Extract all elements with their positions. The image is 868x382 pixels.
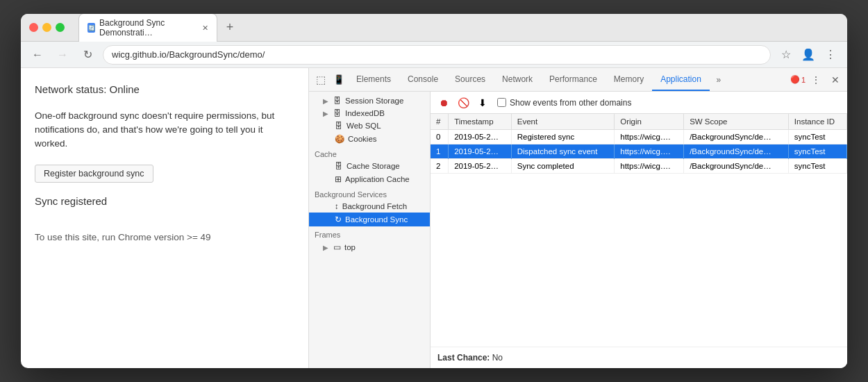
cell-event: Sync completed bbox=[511, 159, 615, 174]
inspect-element-icon[interactable]: ⬚ bbox=[312, 71, 330, 89]
sidebar-label-indexeddb: IndexedDB bbox=[345, 109, 385, 117]
back-button[interactable]: ← bbox=[28, 45, 47, 65]
last-chance-value: No bbox=[492, 353, 503, 363]
webpage-area: Network status: Online One-off backgroun… bbox=[21, 68, 309, 368]
network-status: Network status: Online bbox=[35, 82, 294, 98]
show-events-text: Show events from other domains bbox=[510, 98, 631, 108]
sync-events-table: # Timestamp Event Origin SW Scope Instan… bbox=[431, 114, 847, 347]
sidebar-label-session-storage: Session Storage bbox=[345, 97, 403, 105]
sidebar-item-background-fetch[interactable]: ↕ Background Fetch bbox=[309, 200, 430, 213]
devtools-body: ▶ 🗄 Session Storage ▶ 🗄 IndexedDB 🗄 Web … bbox=[309, 92, 847, 368]
sidebar-label-websql: Web SQL bbox=[347, 122, 381, 130]
chrome-version-note: To use this site, run Chrome version >= … bbox=[35, 231, 294, 244]
cell-origin: https://wicg…. bbox=[615, 144, 684, 159]
tab-favicon: 🔄 bbox=[87, 23, 95, 33]
clear-button[interactable]: 🚫 bbox=[456, 95, 471, 110]
cell-num: 1 bbox=[431, 144, 449, 159]
devtools-more-icon[interactable]: ⋮ bbox=[807, 71, 825, 89]
frame-icon: ▭ bbox=[333, 242, 341, 252]
bg-fetch-icon: ↕ bbox=[335, 202, 339, 210]
maximize-button[interactable] bbox=[56, 23, 65, 32]
last-chance-label: Last Chance: bbox=[437, 353, 490, 363]
expand-icon: ▶ bbox=[323, 110, 328, 117]
cell-instance-id: syncTest bbox=[788, 144, 846, 159]
url-input[interactable] bbox=[103, 45, 771, 65]
cell-sw-scope: /BackgroundSync/de… bbox=[684, 144, 789, 159]
devtools-close-icon[interactable]: ✕ bbox=[826, 71, 844, 89]
sidebar-label-cache-storage: Cache Storage bbox=[347, 162, 400, 170]
col-instance-id: Instance ID bbox=[788, 114, 846, 130]
sidebar-label-bg-fetch: Background Fetch bbox=[342, 202, 407, 210]
col-origin: Origin bbox=[615, 114, 684, 130]
background-services-label: Background Services bbox=[309, 186, 430, 200]
tab-performance[interactable]: Performance bbox=[541, 68, 606, 91]
sidebar-label-application-cache: Application Cache bbox=[345, 175, 410, 183]
menu-icon[interactable]: ⋮ bbox=[821, 45, 840, 65]
download-button[interactable]: ⬇ bbox=[475, 95, 490, 110]
cell-event: Registered sync bbox=[511, 130, 615, 144]
indexeddb-icon: 🗄 bbox=[333, 109, 342, 117]
tab-sources[interactable]: Sources bbox=[446, 68, 494, 91]
tab-area: 🔄 Background Sync Demonstrati… ✕ + bbox=[78, 14, 839, 42]
close-button[interactable] bbox=[29, 23, 38, 32]
cell-instance-id: syncTest bbox=[788, 159, 846, 174]
cell-timestamp: 2019-05-2… bbox=[449, 159, 512, 174]
cell-num: 2 bbox=[431, 159, 449, 174]
reload-button[interactable]: ↻ bbox=[78, 45, 97, 65]
bookmark-icon[interactable]: ☆ bbox=[776, 45, 796, 65]
col-sw-scope: SW Scope bbox=[684, 114, 789, 130]
clear-icon: 🚫 bbox=[458, 97, 469, 108]
show-events-checkbox[interactable] bbox=[497, 98, 506, 107]
devtools-panel: ⬚ 📱 Elements Console Sources Network Per… bbox=[309, 68, 847, 368]
profile-icon[interactable]: 👤 bbox=[799, 45, 818, 65]
sidebar-item-cookies[interactable]: 🍪 Cookies bbox=[309, 132, 430, 146]
record-button[interactable]: ⏺ bbox=[436, 95, 451, 110]
sidebar-item-top-frame[interactable]: ▶ ▭ top bbox=[309, 240, 430, 254]
sidebar-item-background-sync[interactable]: ↻ Background Sync bbox=[309, 213, 430, 226]
error-badge: 🔴 1 bbox=[790, 75, 806, 84]
cell-origin: https://wicg…. bbox=[615, 130, 684, 144]
cell-timestamp: 2019-05-2… bbox=[449, 130, 512, 144]
tab-application[interactable]: Application bbox=[652, 68, 710, 91]
table-row[interactable]: 1 2019-05-2… Dispatched sync event https… bbox=[431, 144, 847, 159]
sidebar-item-indexeddb[interactable]: ▶ 🗄 IndexedDB bbox=[309, 107, 430, 119]
forward-button[interactable]: → bbox=[53, 45, 72, 65]
recording-toolbar: ⏺ 🚫 ⬇ Show events from other domains bbox=[431, 92, 847, 114]
browser-tab[interactable]: 🔄 Background Sync Demonstrati… ✕ bbox=[78, 14, 217, 42]
devtools-toolbar: ⬚ 📱 Elements Console Sources Network Per… bbox=[309, 68, 847, 92]
expand-icon: ▶ bbox=[323, 244, 328, 251]
new-tab-button[interactable]: + bbox=[222, 19, 238, 36]
address-bar: ← → ↻ ☆ 👤 ⋮ bbox=[21, 42, 847, 68]
more-tabs-icon[interactable]: » bbox=[710, 71, 728, 89]
table-header-row: # Timestamp Event Origin SW Scope Instan… bbox=[431, 114, 847, 130]
tab-memory[interactable]: Memory bbox=[606, 68, 652, 91]
tab-console[interactable]: Console bbox=[399, 68, 446, 91]
error-icon: 🔴 bbox=[790, 75, 800, 84]
cell-sw-scope: /BackgroundSync/de… bbox=[684, 130, 789, 144]
tab-elements[interactable]: Elements bbox=[348, 68, 399, 91]
table-row[interactable]: 0 2019-05-2… Registered sync https://wic… bbox=[431, 130, 847, 144]
show-events-label[interactable]: Show events from other domains bbox=[497, 98, 631, 108]
tab-close-icon[interactable]: ✕ bbox=[202, 24, 208, 33]
register-background-sync-button[interactable]: Register background sync bbox=[35, 165, 153, 183]
session-storage-icon: 🗄 bbox=[333, 97, 342, 105]
col-event: Event bbox=[511, 114, 615, 130]
minimize-button[interactable] bbox=[42, 23, 51, 32]
sidebar-item-session-storage[interactable]: ▶ 🗄 Session Storage bbox=[309, 94, 430, 107]
cell-event: Dispatched sync event bbox=[511, 144, 615, 159]
description-text: One-off background sync doesn't require … bbox=[35, 109, 294, 151]
devtools-main-panel: ⏺ 🚫 ⬇ Show events from other domains bbox=[431, 92, 847, 368]
sidebar-item-cache-storage[interactable]: 🗄 Cache Storage bbox=[309, 160, 430, 172]
cell-instance-id: syncTest bbox=[788, 130, 846, 144]
sidebar-item-application-cache[interactable]: ⊞ Application Cache bbox=[309, 172, 430, 186]
tab-title: Background Sync Demonstrati… bbox=[99, 18, 195, 38]
tab-network[interactable]: Network bbox=[494, 68, 541, 91]
download-icon: ⬇ bbox=[478, 97, 487, 108]
sidebar-item-websql[interactable]: 🗄 Web SQL bbox=[309, 119, 430, 132]
cell-timestamp: 2019-05-2… bbox=[449, 144, 512, 159]
sidebar-label-top-frame: top bbox=[344, 243, 356, 251]
frames-group-label: Frames bbox=[309, 226, 430, 240]
sync-status-text: Sync registered bbox=[35, 194, 294, 210]
table-row[interactable]: 2 2019-05-2… Sync completed https://wicg… bbox=[431, 159, 847, 174]
device-toggle-icon[interactable]: 📱 bbox=[330, 71, 348, 89]
